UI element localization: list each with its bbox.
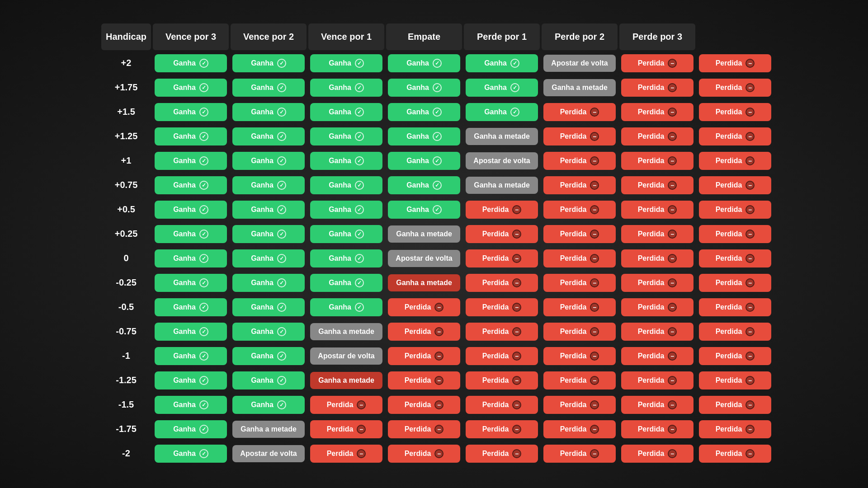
table-row: -1.5Ganha✓Ganha✓Perdida–Perdida–Perdida–… (101, 394, 773, 416)
minus-icon: – (745, 83, 755, 92)
cell-1-1: Ganha✓ (231, 76, 307, 99)
cell-1-7: Perdida– (697, 76, 773, 99)
cell-14-7: Perdida– (697, 394, 773, 416)
cell-16-3: Perdida– (386, 442, 462, 465)
handicap-value: +2 (101, 52, 151, 75)
cell-16-6: Perdida– (619, 442, 695, 465)
minus-icon: – (745, 425, 755, 434)
cell-7-4: Perdida– (464, 223, 540, 245)
table-row: -1.25Ganha✓Ganha✓Ganha a metadePerdida–P… (101, 369, 773, 392)
cell-4-5: Perdida– (542, 150, 618, 172)
cell-5-7: Perdida– (697, 174, 773, 197)
minus-icon: – (668, 352, 677, 361)
cell-9-2: Ganha✓ (308, 272, 384, 294)
handicap-value: -2 (101, 442, 151, 465)
table-row: +1.75Ganha✓Ganha✓Ganha✓Ganha✓Ganha✓Ganha… (101, 76, 773, 99)
table-row: +1Ganha✓Ganha✓Ganha✓Ganha✓Apostar de vol… (101, 150, 773, 172)
handicap-value: +1 (101, 150, 151, 172)
cell-10-4: Perdida– (464, 296, 540, 319)
check-icon: ✓ (277, 132, 286, 141)
cell-4-7: Perdida– (697, 150, 773, 172)
handicap-table: HandicapVence por 3Vence por 2Vence por … (99, 22, 775, 467)
minus-icon: – (745, 254, 755, 263)
cell-6-2: Ganha✓ (308, 198, 384, 221)
check-icon: ✓ (355, 132, 364, 141)
handicap-value: -1.5 (101, 394, 151, 416)
cell-15-1: Ganha a metade (231, 418, 307, 441)
minus-icon: – (668, 230, 677, 239)
table-row: -0.25Ganha✓Ganha✓Ganha✓Ganha a metadePer… (101, 272, 773, 294)
handicap-value: -0.75 (101, 320, 151, 343)
cell-14-6: Perdida– (619, 394, 695, 416)
cell-8-7: Perdida– (697, 247, 773, 270)
cell-6-7: Perdida– (697, 198, 773, 221)
cell-13-3: Perdida– (386, 369, 462, 392)
check-icon: ✓ (277, 400, 286, 409)
cell-8-4: Perdida– (464, 247, 540, 270)
minus-icon: – (668, 156, 677, 165)
cell-12-4: Perdida– (464, 345, 540, 367)
check-icon: ✓ (199, 156, 208, 165)
check-icon: ✓ (199, 425, 208, 434)
cell-16-7: Perdida– (697, 442, 773, 465)
cell-8-0: Ganha✓ (153, 247, 229, 270)
minus-icon: – (668, 181, 677, 190)
minus-icon: – (512, 205, 521, 214)
cell-1-3: Ganha✓ (386, 76, 462, 99)
cell-9-0: Ganha✓ (153, 272, 229, 294)
minus-icon: – (590, 254, 599, 263)
cell-7-7: Perdida– (697, 223, 773, 245)
cell-0-1: Ganha✓ (231, 52, 307, 75)
cell-9-4: Perdida– (464, 272, 540, 294)
cell-11-2: Ganha a metade (308, 320, 384, 343)
cell-10-5: Perdida– (542, 296, 618, 319)
handicap-value: -0.5 (101, 296, 151, 319)
check-icon: ✓ (433, 205, 442, 214)
cell-2-2: Ganha✓ (308, 101, 384, 123)
table-row: +1.25Ganha✓Ganha✓Ganha✓Ganha✓Ganha a met… (101, 125, 773, 148)
minus-icon: – (590, 230, 599, 239)
cell-6-6: Perdida– (619, 198, 695, 221)
cell-10-3: Perdida– (386, 296, 462, 319)
cell-13-7: Perdida– (697, 369, 773, 392)
minus-icon: – (512, 327, 521, 336)
cell-6-1: Ganha✓ (231, 198, 307, 221)
minus-icon: – (668, 303, 677, 312)
cell-5-6: Perdida– (619, 174, 695, 197)
minus-icon: – (434, 400, 443, 409)
check-icon: ✓ (277, 278, 286, 287)
check-icon: ✓ (433, 181, 442, 190)
minus-icon: – (668, 83, 677, 92)
cell-5-0: Ganha✓ (153, 174, 229, 197)
minus-icon: – (668, 254, 677, 263)
minus-icon: – (590, 156, 599, 165)
cell-2-3: Ganha✓ (386, 101, 462, 123)
minus-icon: – (434, 376, 443, 385)
handicap-value: -1.75 (101, 418, 151, 441)
cell-10-0: Ganha✓ (153, 296, 229, 319)
minus-icon: – (590, 449, 599, 458)
check-icon: ✓ (277, 230, 286, 239)
cell-13-1: Ganha✓ (231, 369, 307, 392)
minus-icon: – (668, 327, 677, 336)
column-header-5: Perde por 1 (464, 23, 540, 50)
cell-1-2: Ganha✓ (308, 76, 384, 99)
check-icon: ✓ (355, 254, 364, 263)
cell-2-1: Ganha✓ (231, 101, 307, 123)
minus-icon: – (668, 108, 677, 117)
check-icon: ✓ (277, 376, 286, 385)
minus-icon: – (745, 108, 755, 117)
cell-0-2: Ganha✓ (308, 52, 384, 75)
check-icon: ✓ (277, 156, 286, 165)
minus-icon: – (745, 303, 755, 312)
check-icon: ✓ (199, 278, 208, 287)
minus-icon: – (590, 132, 599, 141)
handicap-value: +1.25 (101, 125, 151, 148)
minus-icon: – (512, 352, 521, 361)
cell-9-7: Perdida– (697, 272, 773, 294)
minus-icon: – (745, 352, 755, 361)
minus-icon: – (668, 425, 677, 434)
cell-8-5: Perdida– (542, 247, 618, 270)
cell-15-3: Perdida– (386, 418, 462, 441)
check-icon: ✓ (277, 83, 286, 92)
